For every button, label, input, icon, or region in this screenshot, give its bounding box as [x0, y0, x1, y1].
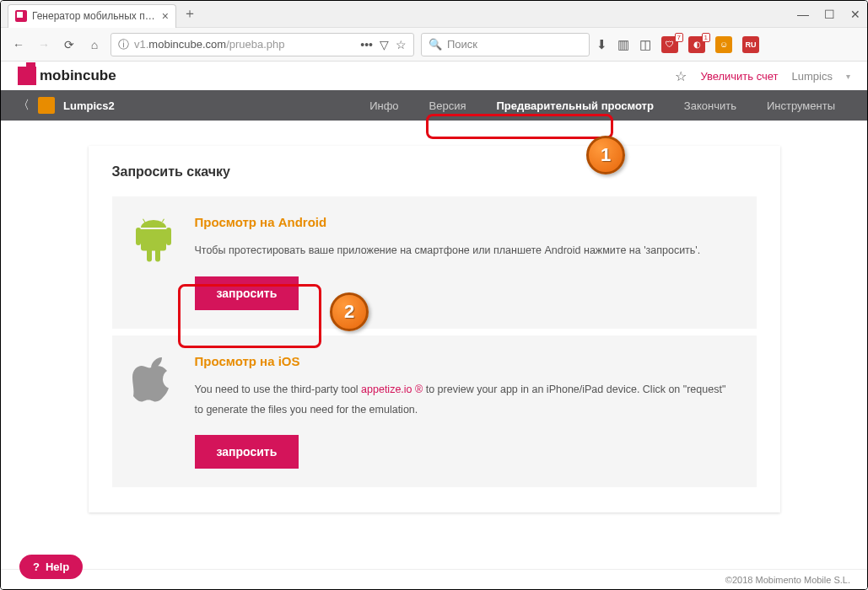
site-footer: ©2018 Mobimento Mobile S.L.: [1, 569, 867, 589]
footer-text: ©2018 Mobimento Mobile S.L.: [725, 575, 850, 585]
logo-icon: [18, 67, 36, 85]
subnav-finish[interactable]: Закончить: [669, 90, 752, 121]
app-name: Lumpics2: [63, 99, 115, 112]
user-chevron-icon[interactable]: ▾: [846, 72, 850, 81]
android-text: Чтобы протестировать ваше приложение на …: [195, 241, 736, 261]
ext-adblock-icon[interactable]: ◐1: [688, 36, 705, 53]
android-title: Просмотр на Android: [195, 215, 736, 229]
search-bar[interactable]: 🔍 Поиск: [421, 33, 590, 56]
logo-text: mobincube: [40, 67, 116, 84]
user-menu[interactable]: Lumpics: [792, 70, 833, 83]
nav-home-icon[interactable]: ⌂: [85, 35, 104, 54]
dots-icon[interactable]: •••: [360, 38, 373, 51]
ext-ru-icon[interactable]: RU: [742, 36, 759, 53]
help-icon: ?: [33, 560, 40, 573]
bookmark-icon[interactable]: ☆: [396, 38, 407, 51]
site-logo[interactable]: mobincube: [18, 67, 116, 85]
card-title: Запросить скачку: [112, 164, 757, 180]
subnav-version[interactable]: Версия: [414, 90, 482, 121]
window-titlebar: Генератор мобильных прило × ＋ — ☐ ✕: [1, 1, 867, 28]
ios-section: Просмотр на iOS You need to use the thir…: [112, 335, 757, 488]
window-minimize-icon[interactable]: —: [797, 8, 809, 21]
url-bar[interactable]: ⓘ v1.mobincube.com/prueba.php ••• ▽ ☆: [111, 33, 414, 56]
android-request-button[interactable]: запросить: [195, 276, 299, 310]
nav-forward-icon[interactable]: →: [35, 35, 53, 54]
app-icon: [38, 97, 55, 114]
page-viewport: mobincube ☆ Увеличить счет Lumpics ▾ 〈 L…: [1, 62, 867, 569]
tab-favicon-icon: [15, 10, 27, 22]
subnav-preview[interactable]: Предварительный просмотр: [482, 90, 669, 121]
tab-title: Генератор мобильных прило: [32, 10, 157, 22]
url-text: v1.mobincube.com/prueba.php: [134, 38, 355, 51]
sidebar-icon[interactable]: ◫: [639, 37, 651, 52]
annotation-badge-2: 2: [330, 292, 369, 331]
library-icon[interactable]: ▥: [617, 37, 629, 52]
search-placeholder: Поиск: [447, 38, 477, 51]
site-header: mobincube ☆ Увеличить счет Lumpics ▾: [1, 62, 867, 90]
annotation-badge-1: 1: [586, 136, 625, 174]
browser-navbar: ← → ⟳ ⌂ ⓘ v1.mobincube.com/prueba.php ••…: [1, 28, 867, 62]
reader-icon[interactable]: ▽: [380, 38, 389, 51]
tab-close-icon[interactable]: ×: [162, 9, 169, 23]
ios-title: Просмотр на iOS: [195, 354, 736, 368]
appetize-link[interactable]: appetize.io ®: [361, 384, 423, 395]
search-icon: 🔍: [429, 38, 442, 51]
subnav-back-icon[interactable]: 〈: [18, 98, 30, 113]
nav-reload-icon[interactable]: ⟳: [60, 35, 78, 54]
new-tab-button[interactable]: ＋: [183, 5, 197, 23]
ios-text: You need to use the third-party tool app…: [195, 380, 736, 421]
ext-smiley-icon[interactable]: ☺: [715, 36, 732, 53]
window-maximize-icon[interactable]: ☐: [824, 8, 835, 21]
ios-request-button[interactable]: запросить: [195, 435, 299, 469]
subnav-tools[interactable]: Инструменты: [752, 90, 850, 121]
android-icon: [132, 215, 175, 264]
ext-ublock-icon[interactable]: 🛡7: [661, 36, 678, 53]
download-icon[interactable]: ⬇: [596, 37, 607, 52]
nav-back-icon[interactable]: ←: [9, 35, 28, 54]
apple-icon: [132, 354, 175, 403]
upgrade-link[interactable]: Увеличить счет: [700, 70, 778, 83]
window-close-icon[interactable]: ✕: [850, 8, 860, 21]
help-button[interactable]: ? Help: [19, 555, 83, 579]
android-section: Просмотр на Android Чтобы протестировать…: [112, 196, 757, 329]
subnav-info[interactable]: Инфо: [354, 90, 413, 121]
star-icon[interactable]: ☆: [675, 68, 687, 84]
browser-tab[interactable]: Генератор мобильных прило ×: [8, 4, 176, 28]
info-icon[interactable]: ⓘ: [118, 37, 129, 52]
sub-navigation: 〈 Lumpics2 Инфо Версия Предварительный п…: [1, 90, 867, 121]
help-label: Help: [46, 560, 69, 573]
main-content: Запросить скачку Просмотр на Android Что…: [1, 121, 867, 538]
download-card: Запросить скачку Просмотр на Android Что…: [89, 146, 780, 512]
